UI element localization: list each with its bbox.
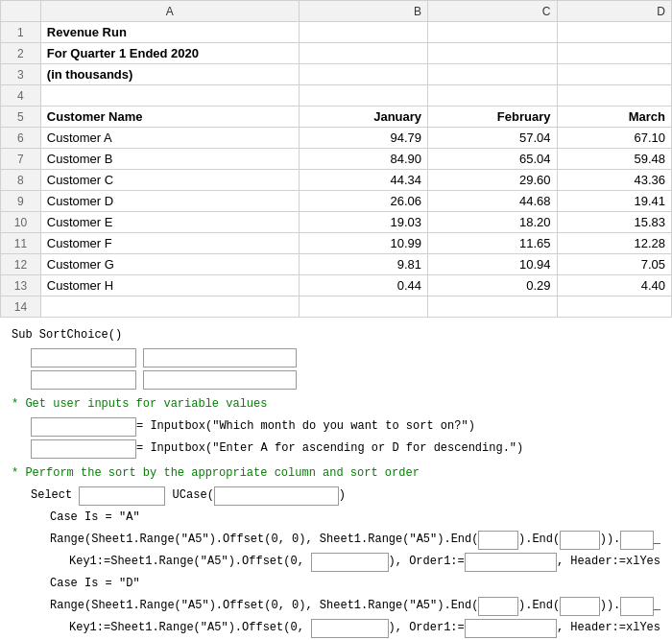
cell-c[interactable]: February <box>428 107 557 128</box>
key1b-arg[interactable] <box>311 619 389 638</box>
cell-b[interactable] <box>299 22 427 43</box>
row-number: 3 <box>1 64 41 85</box>
cell-a[interactable] <box>40 296 299 318</box>
cell-c[interactable]: 57.04 <box>428 128 557 149</box>
cell-d[interactable]: 4.40 <box>557 275 672 296</box>
cell-b[interactable] <box>299 85 427 107</box>
dim1-value-box[interactable] <box>143 348 297 367</box>
cell-b[interactable]: 19.03 <box>299 212 427 233</box>
cell-b[interactable] <box>299 296 427 318</box>
code-section: Sub SortChoice() * Get user inputs for v… <box>0 318 672 640</box>
cell-b[interactable]: 26.06 <box>299 191 427 212</box>
key1a-order-val[interactable] <box>465 553 557 572</box>
cell-a[interactable]: (in thousands) <box>40 64 299 85</box>
cell-a[interactable]: Customer B <box>40 149 299 170</box>
cell-d[interactable]: 19.41 <box>557 191 672 212</box>
inputbox2-line: = Inputbox("Enter A for ascending or D f… <box>31 439 660 460</box>
row-number: 4 <box>1 85 41 107</box>
cell-b[interactable]: 0.44 <box>299 275 427 296</box>
cell-a[interactable]: Customer D <box>40 191 299 212</box>
comment1-text: * Get user inputs for variable values <box>12 395 267 414</box>
case-a-text: Case Is = "A" <box>50 509 140 527</box>
range1-sort[interactable] <box>620 531 654 550</box>
row-number: 10 <box>1 212 41 233</box>
table-row: 3(in thousands) <box>1 64 672 85</box>
cell-d[interactable] <box>557 43 672 64</box>
cell-c[interactable]: 29.60 <box>428 170 557 191</box>
cell-d[interactable] <box>557 296 672 318</box>
cell-a[interactable]: Customer G <box>40 254 299 275</box>
key1b-order-val[interactable] <box>465 619 557 638</box>
comment2-text: * Perform the sort by the appropriate co… <box>12 464 420 483</box>
cell-a[interactable]: Customer E <box>40 212 299 233</box>
cell-b[interactable]: 84.90 <box>299 149 427 170</box>
key1a-arg[interactable] <box>311 553 389 572</box>
cell-a[interactable] <box>40 85 299 107</box>
cell-d[interactable] <box>557 85 672 107</box>
cell-d[interactable]: March <box>557 107 672 128</box>
inputbox2-var[interactable] <box>31 439 136 459</box>
inputbox1-var[interactable] <box>31 417 136 437</box>
cell-b[interactable]: 44.34 <box>299 170 427 191</box>
range2-line: Range(Sheet1.Range("A5").Offset(0, 0), S… <box>50 596 660 617</box>
cell-a[interactable]: Customer C <box>40 170 299 191</box>
inputbox1-expr: = Inputbox("Which month do you want to s… <box>136 417 475 436</box>
cell-c[interactable]: 0.29 <box>428 275 557 296</box>
cell-b[interactable] <box>299 43 427 64</box>
range2-close: )). <box>600 597 621 615</box>
cell-d[interactable] <box>557 64 672 85</box>
cell-c[interactable] <box>428 85 557 107</box>
cell-c[interactable]: 10.94 <box>428 254 557 275</box>
select-keyword: Select <box>31 486 79 505</box>
cell-a[interactable]: Revenue Run <box>40 22 299 43</box>
cell-d[interactable]: 59.48 <box>557 149 672 170</box>
range1-arg1[interactable] <box>478 531 518 550</box>
cell-c[interactable] <box>428 43 557 64</box>
cell-d[interactable]: 12.28 <box>557 233 672 254</box>
cell-d[interactable]: 43.36 <box>557 170 672 191</box>
range2-arg2[interactable] <box>560 597 600 616</box>
table-row: 2For Quarter 1 Ended 2020 <box>1 43 672 64</box>
range1-dash: _ <box>654 531 660 549</box>
cell-d[interactable]: 7.05 <box>557 254 672 275</box>
select-var[interactable] <box>79 486 165 506</box>
inputbox2-expr: = Inputbox("Enter A for ascending or D f… <box>136 439 523 458</box>
cell-a[interactable]: Customer Name <box>40 107 299 128</box>
cell-c[interactable]: 18.20 <box>428 212 557 233</box>
cell-b[interactable] <box>299 64 427 85</box>
cell-d[interactable]: 15.83 <box>557 212 672 233</box>
key1a-line: Key1:=Sheet1.Range("A5").Offset(0, ), Or… <box>69 552 660 573</box>
range1-arg2[interactable] <box>560 531 600 550</box>
cell-a[interactable]: Customer A <box>40 128 299 149</box>
dim2-label-box <box>31 370 136 390</box>
cell-b[interactable]: January <box>299 107 427 128</box>
row-number: 14 <box>1 296 41 318</box>
table-row: 7Customer B84.9065.0459.48 <box>1 149 672 170</box>
cell-c[interactable]: 65.04 <box>428 149 557 170</box>
cell-a[interactable]: For Quarter 1 Ended 2020 <box>40 43 299 64</box>
ucase-text: UCase( <box>165 486 213 505</box>
cell-b[interactable]: 10.99 <box>299 233 427 254</box>
dim2-value-box[interactable] <box>143 370 297 390</box>
cell-c[interactable] <box>428 64 557 85</box>
cell-b[interactable]: 94.79 <box>299 128 427 149</box>
cell-b[interactable]: 9.81 <box>299 254 427 275</box>
ucase-var[interactable] <box>214 486 339 506</box>
cell-c[interactable]: 11.65 <box>428 233 557 254</box>
range2-arg1[interactable] <box>478 597 518 616</box>
cell-c[interactable] <box>428 296 557 318</box>
cell-d[interactable]: 67.10 <box>557 128 672 149</box>
cell-d[interactable] <box>557 22 672 43</box>
cell-a[interactable]: Customer H <box>40 275 299 296</box>
range2-sort[interactable] <box>620 597 654 616</box>
cell-c[interactable] <box>428 22 557 43</box>
range1-text: Range(Sheet1.Range("A5").Offset(0, 0), S… <box>50 531 478 549</box>
row-number: 2 <box>1 43 41 64</box>
table-row: 13Customer H0.440.294.40 <box>1 275 672 296</box>
row-number: 11 <box>1 233 41 254</box>
range2-text: Range(Sheet1.Range("A5").Offset(0, 0), S… <box>50 597 478 615</box>
inputbox1-line: = Inputbox("Which month do you want to s… <box>31 416 660 438</box>
cell-a[interactable]: Customer F <box>40 233 299 254</box>
cell-c[interactable]: 44.68 <box>428 191 557 212</box>
table-row: 5Customer NameJanuaryFebruaryMarch <box>1 107 672 128</box>
